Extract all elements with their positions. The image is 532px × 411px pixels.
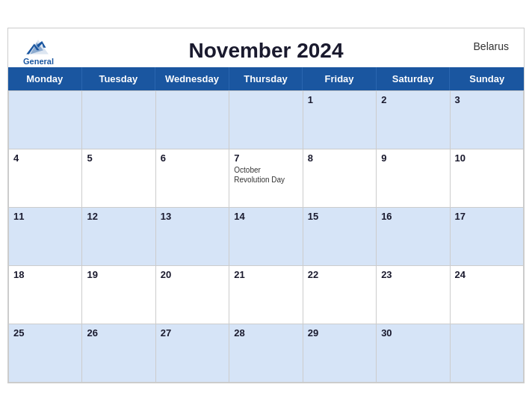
cell-number: 17 <box>455 211 519 222</box>
cell-number: 25 <box>13 327 77 339</box>
calendar-cell <box>156 91 229 149</box>
cell-number: 1 <box>308 94 371 105</box>
cell-number: 8 <box>308 152 371 164</box>
calendar-cell: 24 <box>451 266 524 324</box>
calendar-cell: 12 <box>82 208 155 266</box>
calendar-title: November 2024 <box>23 39 509 63</box>
cell-number: 19 <box>87 269 150 280</box>
cell-number: 3 <box>455 94 519 105</box>
calendar: General Blue November 2024 Belarus Monda… <box>7 28 525 383</box>
calendar-cell: 7October Revolution Day <box>229 149 303 208</box>
cell-number: 21 <box>234 269 297 280</box>
calendar-cell: 21 <box>229 266 303 324</box>
cell-number: 14 <box>234 211 297 222</box>
cell-number: 13 <box>161 211 224 222</box>
calendar-cell: 20 <box>156 266 229 324</box>
calendar-cell: 30 <box>377 324 450 383</box>
cell-number: 10 <box>455 152 519 164</box>
calendar-cell: 10 <box>451 149 524 208</box>
calendar-cell: 25 <box>9 324 82 383</box>
day-header-tuesday: Tuesday <box>82 67 156 90</box>
cell-number: 16 <box>381 211 445 222</box>
calendar-cell: 26 <box>82 324 155 383</box>
day-header-wednesday: Wednesday <box>155 67 229 90</box>
calendar-cell: 29 <box>303 324 377 383</box>
cell-number: 2 <box>381 94 445 105</box>
calendar-cell: 28 <box>229 324 303 383</box>
calendar-cell: 11 <box>9 208 82 266</box>
logo: General Blue <box>23 36 54 76</box>
calendar-cell <box>82 91 155 149</box>
cell-number: 15 <box>308 211 371 222</box>
calendar-grid: 1234567October Revolution Day89101112131… <box>8 90 524 383</box>
country-label: Belarus <box>474 40 509 52</box>
calendar-cell: 27 <box>156 324 229 383</box>
calendar-cell: 4 <box>9 149 82 208</box>
calendar-cell <box>229 91 303 149</box>
cell-number: 20 <box>161 269 224 280</box>
calendar-cell: 13 <box>156 208 229 266</box>
cell-number: 30 <box>381 327 445 339</box>
cell-number: 18 <box>13 269 77 280</box>
calendar-cell: 1 <box>303 91 377 149</box>
calendar-cell <box>451 324 524 383</box>
cell-number: 26 <box>87 327 150 339</box>
calendar-cell: 16 <box>377 208 450 266</box>
calendar-cell: 19 <box>82 266 155 324</box>
logo-text-line1: General <box>23 57 54 67</box>
calendar-cell: 2 <box>377 91 450 149</box>
calendar-cell: 6 <box>156 149 229 208</box>
day-header-saturday: Saturday <box>377 67 451 90</box>
cell-number: 6 <box>161 152 224 164</box>
cell-number: 4 <box>13 152 77 164</box>
day-header-sunday: Sunday <box>450 67 524 90</box>
cell-number: 22 <box>308 269 371 280</box>
day-header-friday: Friday <box>303 67 377 90</box>
calendar-header: General Blue November 2024 Belarus <box>8 28 524 67</box>
calendar-cell: 9 <box>377 149 450 208</box>
logo-icon <box>25 36 52 57</box>
calendar-cell: 22 <box>303 266 377 324</box>
cell-number: 29 <box>308 327 371 339</box>
logo-text-line2: Blue <box>30 67 48 76</box>
cell-number: 5 <box>87 152 150 164</box>
cell-event: October Revolution Day <box>234 165 297 185</box>
cell-number: 24 <box>455 269 519 280</box>
calendar-cell: 23 <box>377 266 450 324</box>
cell-number: 11 <box>13 211 77 222</box>
calendar-cell <box>9 91 82 149</box>
cell-number: 12 <box>87 211 150 222</box>
calendar-cell: 15 <box>303 208 377 266</box>
calendar-cell: 5 <box>82 149 155 208</box>
calendar-cell: 17 <box>451 208 524 266</box>
day-headers: MondayTuesdayWednesdayThursdayFridaySatu… <box>8 67 524 90</box>
calendar-cell: 18 <box>9 266 82 324</box>
calendar-cell: 3 <box>451 91 524 149</box>
cell-number: 28 <box>234 327 297 339</box>
calendar-cell: 14 <box>229 208 303 266</box>
cell-number: 9 <box>381 152 445 164</box>
cell-number: 27 <box>161 327 224 339</box>
day-header-thursday: Thursday <box>229 67 303 90</box>
cell-number: 7 <box>234 152 297 164</box>
calendar-cell: 8 <box>303 149 377 208</box>
cell-number: 23 <box>381 269 445 280</box>
